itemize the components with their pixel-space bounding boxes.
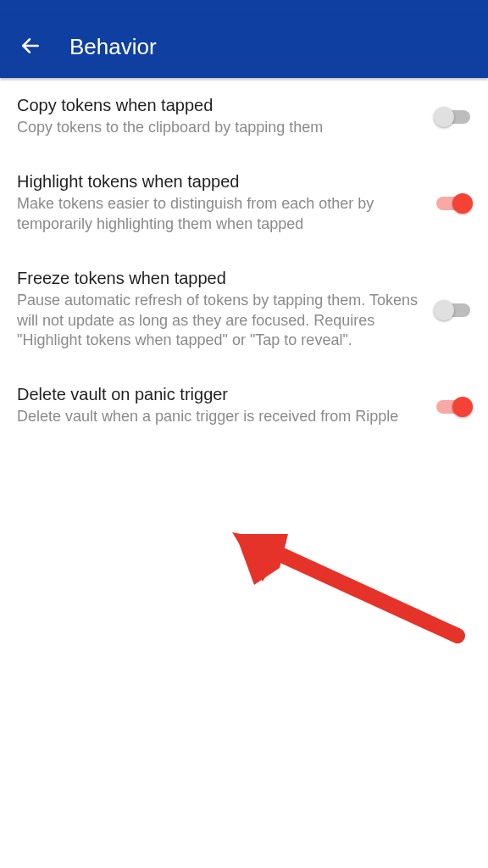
switch-thumb	[434, 300, 454, 320]
setting-highlight-tokens[interactable]: Highlight tokens when tapped Make tokens…	[0, 154, 488, 251]
setting-title: Copy tokens when tapped	[17, 95, 420, 116]
switch-thumb	[434, 107, 454, 127]
setting-description: Delete vault when a panic trigger is rec…	[17, 407, 420, 426]
setting-text: Freeze tokens when tapped Pause automati…	[17, 268, 434, 350]
setting-title: Freeze tokens when tapped	[17, 268, 420, 289]
setting-description: Copy tokens to the clipboard by tapping …	[17, 118, 420, 137]
toggle-highlight-tokens[interactable]	[434, 191, 473, 214]
toggle-freeze-tokens[interactable]	[434, 298, 473, 321]
app-bar: Behavior	[0, 15, 488, 78]
switch-thumb	[452, 397, 473, 417]
toggle-delete-vault-panic[interactable]	[434, 394, 473, 418]
status-bar	[0, 0, 488, 15]
setting-title: Delete vault on panic trigger	[17, 384, 420, 405]
setting-text: Copy tokens when tapped Copy tokens to t…	[17, 95, 434, 137]
setting-description: Make tokens easier to distinguish from e…	[17, 194, 420, 234]
page-title: Behavior	[69, 34, 157, 60]
svg-line-2	[254, 542, 458, 636]
arrow-back-icon	[19, 35, 42, 59]
settings-list: Copy tokens when tapped Copy tokens to t…	[0, 78, 488, 444]
svg-marker-3	[236, 534, 288, 585]
setting-delete-vault-panic[interactable]: Delete vault on panic trigger Delete vau…	[0, 367, 488, 443]
setting-text: Delete vault on panic trigger Delete vau…	[17, 384, 434, 426]
annotation-arrow-icon	[220, 509, 474, 661]
back-button[interactable]	[12, 28, 49, 65]
setting-description: Pause automatic refresh of tokens by tap…	[17, 291, 420, 350]
svg-marker-4	[236, 534, 280, 575]
setting-title: Highlight tokens when tapped	[17, 171, 420, 192]
setting-text: Highlight tokens when tapped Make tokens…	[17, 171, 434, 234]
toggle-copy-tokens[interactable]	[434, 104, 473, 128]
svg-marker-5	[232, 532, 286, 581]
setting-freeze-tokens[interactable]: Freeze tokens when tapped Pause automati…	[0, 251, 488, 367]
switch-thumb	[452, 193, 473, 214]
setting-copy-tokens[interactable]: Copy tokens when tapped Copy tokens to t…	[0, 78, 488, 154]
